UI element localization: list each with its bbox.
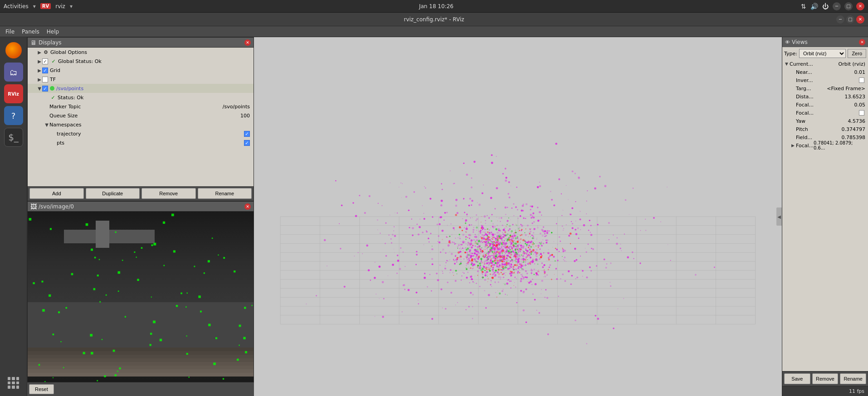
- tree-item-global-status[interactable]: ▶ ✓ Global Status: Ok: [28, 57, 254, 66]
- menu-file[interactable]: File: [2, 28, 18, 36]
- views-field-value: 0.785398: [842, 135, 866, 140]
- dock-help-icon[interactable]: ?: [4, 106, 23, 125]
- views-current-expand[interactable]: ▼: [785, 62, 790, 66]
- views-focal3-row[interactable]: ▶ Focal... 0.78041; 2.0879; 0.6...: [784, 141, 866, 150]
- views-type-label: Type:: [784, 51, 797, 57]
- tree-item-svo-status[interactable]: ▶ ✓ Status: Ok: [28, 93, 254, 102]
- add-button[interactable]: Add: [29, 188, 84, 199]
- expand-namespaces[interactable]: ▼: [44, 122, 49, 127]
- tree-item-trajectory[interactable]: ▶ trajectory: [28, 129, 254, 138]
- views-focal1-label: Focal...: [796, 102, 854, 108]
- views-yaw-value: 4.5736: [848, 118, 866, 124]
- dock-terminal-icon[interactable]: $_: [4, 128, 23, 147]
- tree-item-tf[interactable]: ▶ TF: [28, 75, 254, 84]
- top-bar: Activities ▾ RV rviz ▾ Jan 18 10:26 ⇅ 🔊 …: [0, 0, 868, 13]
- close-button[interactable]: ✕: [856, 2, 864, 10]
- top-bar-left: Activities ▾ RV rviz ▾: [4, 3, 73, 10]
- views-current-value: Orbit (rviz): [839, 61, 865, 67]
- views-focal1-value: 0.05: [854, 102, 866, 108]
- tf-label: TF: [50, 77, 252, 82]
- tree-item-global-options[interactable]: ▶ ⚙ Global Options: [28, 48, 254, 57]
- views-inver-checkbox[interactable]: [859, 77, 864, 83]
- svo-points-checkbox[interactable]: [42, 86, 48, 92]
- views-remove-btn[interactable]: Remove: [812, 373, 839, 384]
- views-close-btn[interactable]: ✕: [859, 39, 865, 45]
- views-pitch-row[interactable]: ▶ Pitch 0.374797: [784, 125, 866, 133]
- application-dock: 🗂 RViz ? $_: [0, 37, 27, 396]
- views-dista-row[interactable]: ▶ Dista... 13.6523: [784, 92, 866, 101]
- views-near-row[interactable]: ▶ Near... 0.01: [784, 68, 866, 76]
- views-inver-row[interactable]: ▶ Inver...: [784, 76, 866, 84]
- title-bar: rviz_config.rviz* - RViz ─ □ ✕: [0, 13, 868, 26]
- views-focal3-label: Focal...: [796, 143, 814, 149]
- datetime-display: Jan 18 10:26: [419, 3, 454, 10]
- tree-item-queue-size[interactable]: ▶ Queue Size 100: [28, 111, 254, 120]
- expand-global-options[interactable]: ▶: [37, 49, 42, 55]
- camera-image: [28, 212, 254, 382]
- menu-panels[interactable]: Panels: [18, 28, 43, 36]
- power-icon[interactable]: ⏻: [822, 3, 829, 10]
- main-content: 🗂 RViz ? $_ 🖥 Displays ✕ ▶ ⚙: [0, 37, 868, 396]
- views-type-select[interactable]: Orbit (rviz): [799, 49, 846, 58]
- dock-apps-grid[interactable]: [4, 373, 23, 392]
- volume-icon[interactable]: 🔊: [811, 3, 818, 10]
- expand-tf[interactable]: ▶: [37, 77, 42, 82]
- views-panel: 👁 Views ✕ Type: Orbit (rviz) Zero ▼ Curr…: [782, 37, 868, 396]
- panels-area: 🖥 Displays ✕ ▶ ⚙ Global Options ▶ ✓: [27, 37, 254, 396]
- tree-item-grid[interactable]: ▶ Grid: [28, 66, 254, 75]
- reset-button[interactable]: Reset: [29, 384, 54, 394]
- collapse-panel-handle[interactable]: ◀: [776, 208, 782, 226]
- duplicate-button[interactable]: Duplicate: [86, 188, 140, 199]
- title-close-btn[interactable]: ✕: [856, 15, 864, 24]
- expand-svo-points[interactable]: ▼: [37, 86, 42, 91]
- views-focal3-expand[interactable]: ▶: [791, 143, 796, 148]
- displays-close-btn[interactable]: ✕: [244, 39, 251, 46]
- views-icon: 👁: [785, 39, 790, 45]
- views-rename-btn[interactable]: Rename: [840, 373, 866, 384]
- views-zero-btn[interactable]: Zero: [848, 49, 866, 58]
- dock-rviz-icon[interactable]: RViz: [4, 84, 23, 103]
- pts-checkbox[interactable]: [244, 140, 250, 146]
- image-panel-header: 🖼 /svo/image/0 ✕: [28, 202, 254, 212]
- views-content: Type: Orbit (rviz) Zero ▼ Current... Orb…: [782, 47, 868, 371]
- menu-help[interactable]: Help: [43, 28, 63, 36]
- views-current-label: Current...: [790, 61, 839, 67]
- views-targ-row[interactable]: ▶ Targ... <Fixed Frame>: [784, 84, 866, 92]
- dock-firefox-icon[interactable]: [4, 41, 23, 60]
- marker-topic-label: Marker Topic: [49, 104, 223, 110]
- remove-button[interactable]: Remove: [141, 188, 196, 199]
- displays-tree[interactable]: ▶ ⚙ Global Options ▶ ✓ Global Status: Ok…: [28, 48, 254, 186]
- views-targ-label: Targ...: [796, 86, 827, 92]
- svo-status-label: Status: Ok: [58, 95, 252, 101]
- expand-global-status[interactable]: ▶: [37, 58, 42, 64]
- views-focal1-row[interactable]: ▶ Focal... 0.05: [784, 101, 866, 109]
- 3d-viewport[interactable]: ◀: [254, 37, 782, 396]
- dock-files-icon[interactable]: 🗂: [4, 63, 23, 82]
- views-current-row[interactable]: ▼ Current... Orbit (rviz): [784, 60, 866, 68]
- svo-status-check-icon: ✓: [49, 94, 57, 101]
- minimize-button[interactable]: ─: [833, 2, 841, 10]
- tree-item-namespaces[interactable]: ▼ Namespaces: [28, 120, 254, 129]
- expand-grid[interactable]: ▶: [37, 68, 42, 73]
- image-close-btn[interactable]: ✕: [244, 203, 251, 210]
- trajectory-checkbox[interactable]: [244, 131, 250, 137]
- views-focal3-value: 0.78041; 2.0879; 0.6...: [814, 140, 865, 150]
- views-yaw-row[interactable]: ▶ Yaw 4.5736: [784, 117, 866, 125]
- network-icon[interactable]: ⇅: [800, 3, 807, 10]
- maximize-button[interactable]: □: [844, 2, 853, 10]
- tree-item-pts[interactable]: ▶ pts: [28, 138, 254, 147]
- activities-button[interactable]: Activities: [4, 3, 29, 10]
- title-minimize-btn[interactable]: ─: [836, 15, 844, 24]
- title-maximize-btn[interactable]: □: [846, 15, 854, 24]
- tree-item-marker-topic[interactable]: ▶ Marker Topic /svo/points: [28, 102, 254, 111]
- views-type-row: Type: Orbit (rviz) Zero: [784, 49, 866, 58]
- views-focal2-row[interactable]: ▶ Focal...: [784, 109, 866, 117]
- views-save-btn[interactable]: Save: [784, 373, 810, 384]
- views-focal2-label: Focal...: [796, 110, 859, 116]
- global-status-checkbox[interactable]: [42, 58, 48, 64]
- tree-item-svo-points[interactable]: ▼ /svo/points: [28, 84, 254, 93]
- views-focal2-checkbox[interactable]: [859, 110, 864, 116]
- tf-checkbox[interactable]: [42, 77, 48, 82]
- rename-button[interactable]: Rename: [198, 188, 252, 199]
- grid-checkbox[interactable]: [42, 68, 48, 73]
